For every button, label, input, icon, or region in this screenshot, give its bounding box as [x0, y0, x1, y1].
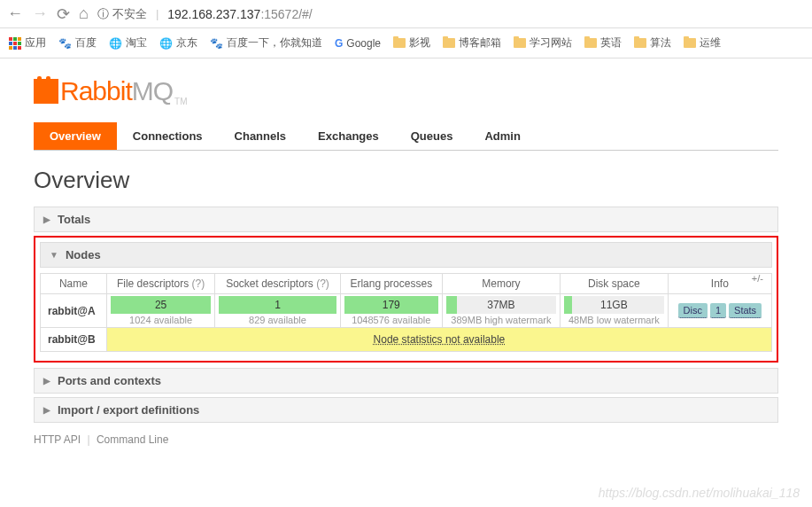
- bookmarks-bar: 应用 🐾百度 🌐淘宝 🌐京东 🐾百度一下，你就知道 GGoogle 影视 博客邮…: [0, 28, 812, 58]
- back-icon[interactable]: ←: [7, 4, 23, 23]
- bookmark-algo[interactable]: 算法: [634, 35, 671, 51]
- tab-exchanges[interactable]: Exchanges: [302, 122, 395, 150]
- chevron-right-icon: ▶: [43, 405, 50, 415]
- page-title: Overview: [34, 167, 778, 194]
- badge-1[interactable]: 1: [710, 303, 726, 318]
- tab-overview[interactable]: Overview: [34, 122, 117, 150]
- table-row: rabbit@B Node statistics not available: [41, 328, 772, 352]
- bookmark-english[interactable]: 英语: [584, 35, 622, 51]
- bookmark-taobao[interactable]: 🌐淘宝: [109, 35, 147, 51]
- bookmark-jd[interactable]: 🌐京东: [159, 35, 197, 51]
- url-bar[interactable]: 192.168.237.137:15672/#/: [167, 7, 313, 21]
- chevron-down-icon: ▼: [50, 250, 58, 260]
- rabbit-icon: [34, 79, 58, 104]
- node-name[interactable]: rabbit@A: [41, 294, 107, 328]
- footer-links: HTTP API | Command Line: [34, 433, 778, 446]
- bookmark-google[interactable]: GGoogle: [335, 37, 381, 50]
- badge-disc[interactable]: Disc: [678, 303, 708, 318]
- folder-icon: [514, 38, 526, 48]
- main-tabs: Overview Connections Channels Exchanges …: [34, 122, 778, 151]
- reload-icon[interactable]: ⟳: [57, 4, 70, 24]
- folder-icon: [584, 38, 597, 48]
- tab-channels[interactable]: Channels: [219, 122, 303, 150]
- apps-icon: [9, 37, 21, 50]
- tab-connections[interactable]: Connections: [117, 122, 219, 150]
- section-import[interactable]: ▶ Import / export definitions: [34, 397, 778, 423]
- tab-queues[interactable]: Queues: [395, 122, 469, 150]
- th-mem: Memory: [442, 274, 560, 294]
- bookmark-baidu[interactable]: 🐾百度: [58, 35, 97, 51]
- ep-bar: 179: [344, 296, 438, 314]
- bookmark-blog[interactable]: 博客邮箱: [443, 35, 501, 51]
- info-icon: ⓘ: [97, 6, 109, 22]
- insecure-badge[interactable]: ⓘ 不安全: [97, 6, 147, 22]
- globe-icon: 🌐: [109, 37, 122, 50]
- section-ports[interactable]: ▶ Ports and contexts: [34, 368, 778, 394]
- paw-icon: 🐾: [210, 37, 223, 50]
- mem-bar: 37MB: [446, 296, 556, 314]
- home-icon[interactable]: ⌂: [79, 4, 89, 23]
- folder-icon: [443, 38, 455, 48]
- fd-bar: 25: [111, 296, 211, 314]
- disk-bar: 11GB: [564, 296, 664, 314]
- http-api-link[interactable]: HTTP API: [34, 433, 81, 446]
- columns-toggle[interactable]: +/-: [752, 273, 763, 284]
- sd-bar: 1: [219, 296, 336, 314]
- nodes-panel: ▼ Nodes +/- Name File descriptors (?) So…: [34, 236, 778, 363]
- section-nodes[interactable]: ▼ Nodes: [40, 242, 772, 268]
- cli-link[interactable]: Command Line: [97, 433, 168, 446]
- folder-icon: [684, 38, 696, 48]
- th-disk: Disk space: [560, 274, 668, 294]
- node-name[interactable]: rabbit@B: [41, 328, 107, 352]
- table-row: rabbit@A 251024 available 1829 available…: [41, 294, 772, 328]
- th-sd: Socket descriptors (?): [215, 274, 340, 294]
- bookmark-video[interactable]: 影视: [393, 35, 430, 51]
- browser-toolbar: ← → ⟳ ⌂ ⓘ 不安全 | 192.168.237.137:15672/#/: [0, 0, 812, 28]
- chevron-right-icon: ▶: [43, 214, 50, 224]
- th-name: Name: [41, 274, 107, 294]
- bookmark-baidu2[interactable]: 🐾百度一下，你就知道: [210, 35, 322, 51]
- globe-icon: 🌐: [159, 37, 173, 50]
- bookmark-study[interactable]: 学习网站: [514, 35, 572, 51]
- th-ep: Erlang processes: [340, 274, 442, 294]
- google-icon: G: [335, 37, 343, 50]
- forward-icon[interactable]: →: [32, 4, 48, 23]
- bookmark-ops[interactable]: 运维: [684, 35, 721, 51]
- folder-icon: [634, 38, 646, 48]
- nodes-table: Name File descriptors (?) Socket descrip…: [40, 273, 772, 352]
- folder-icon: [393, 38, 406, 48]
- apps-button[interactable]: 应用: [9, 35, 46, 51]
- th-fd: File descriptors (?): [106, 274, 214, 294]
- section-totals[interactable]: ▶ Totals: [34, 207, 778, 232]
- node-unavailable[interactable]: Node statistics not available: [106, 328, 771, 352]
- chevron-right-icon: ▶: [43, 376, 50, 386]
- logo: RabbitMQ TM: [34, 76, 778, 106]
- tab-admin[interactable]: Admin: [468, 122, 536, 150]
- paw-icon: 🐾: [58, 37, 72, 50]
- badge-stats[interactable]: Stats: [729, 303, 762, 318]
